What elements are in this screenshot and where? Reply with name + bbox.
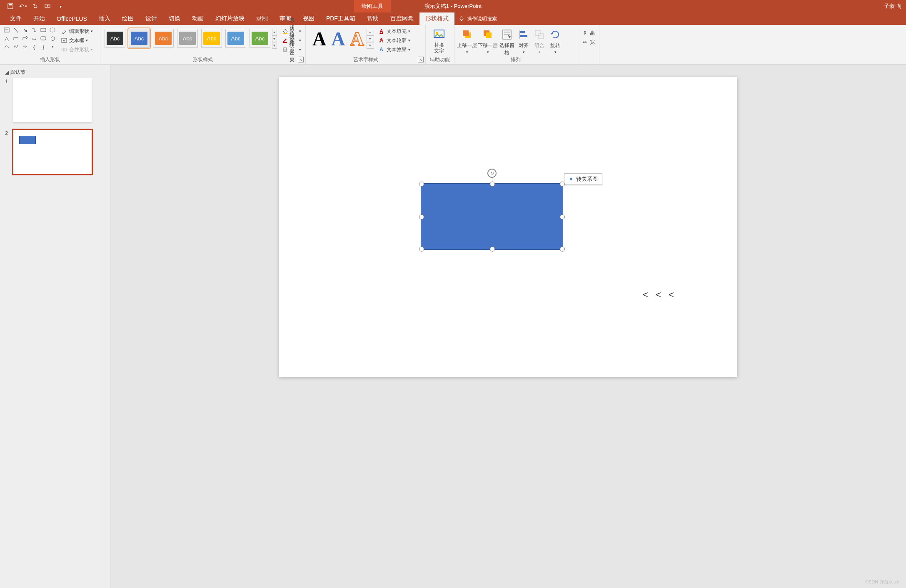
style-swatch-1[interactable]: Abc xyxy=(105,29,125,48)
style-swatch-6[interactable]: Abc xyxy=(225,29,246,48)
tell-me-search[interactable]: 操作说明搜索 xyxy=(459,15,497,22)
resize-handle-w[interactable] xyxy=(419,214,424,219)
shape-elbow-arrow-icon[interactable] xyxy=(21,35,29,42)
tab-help[interactable]: 帮助 xyxy=(361,12,384,25)
shape-textbox-icon[interactable] xyxy=(2,26,11,34)
tab-animations[interactable]: 动画 xyxy=(186,12,210,25)
wordart-gallery[interactable]: A A A xyxy=(312,28,364,50)
tab-home[interactable]: 开始 xyxy=(27,12,51,25)
resize-handle-nw[interactable] xyxy=(419,182,424,187)
slide-preview[interactable] xyxy=(13,78,92,122)
save-icon[interactable] xyxy=(6,2,15,10)
style-swatch-3[interactable]: Abc xyxy=(153,29,174,48)
tab-insert[interactable]: 插入 xyxy=(93,12,116,25)
slide-thumbnails-pane[interactable]: ◢ 默认节 1 2 xyxy=(0,65,110,588)
shape-gallery[interactable]: ＼ ↘ △ ⇨ ⬡ ☆ { } ▾ xyxy=(2,26,57,50)
shape-curve-icon[interactable] xyxy=(2,43,11,50)
shape-connector-icon[interactable] xyxy=(30,26,38,34)
gallery-expand-icon[interactable]: ▾ xyxy=(272,42,277,49)
tab-file[interactable]: 文件 xyxy=(4,12,27,25)
redo-icon[interactable]: ↻ xyxy=(31,2,40,10)
align-button[interactable]: 对齐 ▾ xyxy=(516,26,531,54)
bring-forward-button[interactable]: 上移一层 ▾ xyxy=(457,26,477,54)
scroll-down-icon[interactable]: ▾ xyxy=(367,35,374,42)
shape-effects-button[interactable]: 形状效果 ▾ xyxy=(280,45,303,54)
send-backward-button[interactable]: 下移一层 ▾ xyxy=(478,26,498,54)
shape-triangle-icon[interactable]: △ xyxy=(2,35,11,42)
tab-transitions[interactable]: 切换 xyxy=(163,12,186,25)
edit-shape-button[interactable]: 编辑形状 ▾ xyxy=(59,27,95,35)
context-tab-drawing-tools[interactable]: 绘图工具 xyxy=(354,0,391,12)
tab-slideshow[interactable]: 幻灯片放映 xyxy=(210,12,250,25)
alt-text-button[interactable]: 替换 文字 xyxy=(428,26,450,54)
effects-icon xyxy=(282,46,288,53)
shape-rectangle-icon[interactable] xyxy=(39,26,47,34)
titlebar: ↶▾ ↻ ▾ 演示文稿1 - PowerPoint 绘图工具 子豪 向 xyxy=(0,0,906,12)
slide-canvas-area[interactable]: < < < ↻ ✦ 转关系图 CSDN @落水 zh xyxy=(110,65,906,588)
scroll-down-icon[interactable]: ▾ xyxy=(272,35,277,42)
style-swatch-7[interactable]: Abc xyxy=(250,29,270,48)
shape-star-icon[interactable]: ☆ xyxy=(21,43,29,50)
selection-pane-button[interactable]: 选择窗格 xyxy=(499,26,515,56)
undo-icon[interactable]: ↶▾ xyxy=(19,2,27,10)
slide-preview[interactable] xyxy=(13,130,92,174)
tab-pdf-tools[interactable]: PDF工具箱 xyxy=(320,12,361,25)
shape-brace-right-icon[interactable]: } xyxy=(39,43,47,50)
slide-thumb-1[interactable]: 1 xyxy=(5,78,105,122)
resize-handle-e[interactable] xyxy=(560,214,565,219)
tab-baidu-netdisk[interactable]: 百度网盘 xyxy=(384,12,419,25)
shape-line-icon[interactable]: ＼ xyxy=(12,26,20,34)
slide-thumb-2[interactable]: 2 xyxy=(5,130,105,174)
tab-officeplus[interactable]: OfficePLUS xyxy=(51,12,93,25)
wordart-style-3[interactable]: A xyxy=(350,28,364,50)
shape-oval-icon[interactable] xyxy=(48,26,57,34)
resize-handle-sw[interactable] xyxy=(419,247,424,252)
qat-customize-icon[interactable]: ▾ xyxy=(56,2,65,10)
shape-line-arrow-icon[interactable]: ↘ xyxy=(21,26,29,34)
text-fill-button[interactable]: A 文本填充 ▾ xyxy=(377,27,412,35)
text-effects-button[interactable]: A 文本效果 ▾ xyxy=(377,45,412,54)
wordart-gallery-scroll[interactable]: ▴ ▾ ▾ xyxy=(367,29,374,49)
shape-hexagon-icon[interactable]: ⬡ xyxy=(48,35,57,42)
tab-record[interactable]: 录制 xyxy=(250,12,274,25)
convert-to-diagram-callout[interactable]: ✦ 转关系图 xyxy=(564,173,602,185)
scroll-up-icon[interactable]: ▴ xyxy=(367,29,374,35)
shape-arrow-icon[interactable]: ⇨ xyxy=(30,35,38,42)
resize-handle-n[interactable] xyxy=(490,182,495,187)
height-field[interactable]: ⇕ 高 xyxy=(580,29,597,37)
resize-handle-s[interactable] xyxy=(490,247,495,252)
slide[interactable]: < < < ↻ ✦ 转关系图 xyxy=(279,77,737,377)
shape-brace-left-icon[interactable]: { xyxy=(30,43,38,50)
resize-handle-se[interactable] xyxy=(560,247,565,252)
tab-shape-format[interactable]: 形状格式 xyxy=(419,12,454,25)
style-swatch-4[interactable]: Abc xyxy=(177,29,198,48)
wordart-style-1[interactable]: A xyxy=(312,28,326,50)
resize-handle-ne[interactable] xyxy=(560,182,565,187)
shape-rounded-rect-icon[interactable] xyxy=(39,35,47,42)
user-name[interactable]: 子豪 向 xyxy=(884,0,902,12)
shape-freeform-icon[interactable] xyxy=(12,43,20,50)
text-box-button[interactable]: A 文本框 ▾ xyxy=(59,36,95,45)
rotate-button[interactable]: 旋转 ▾ xyxy=(548,26,563,54)
wordart-style-2[interactable]: A xyxy=(331,28,345,50)
style-gallery-scroll[interactable]: ▴ ▾ ▾ xyxy=(272,29,277,49)
gallery-expand-icon[interactable]: ▾ xyxy=(367,42,374,49)
shape-styles-launcher[interactable]: ↘ xyxy=(298,57,304,62)
tab-design[interactable]: 设计 xyxy=(140,12,163,25)
shape-style-gallery[interactable]: Abc Abc Abc Abc Abc Abc Abc xyxy=(105,29,270,48)
tab-draw[interactable]: 绘图 xyxy=(116,12,140,25)
start-from-beginning-icon[interactable] xyxy=(44,2,52,10)
shape-gallery-more-icon[interactable]: ▾ xyxy=(48,43,57,50)
text-outline-button[interactable]: A 文本轮廓 ▾ xyxy=(377,36,412,45)
width-field[interactable]: ⇔ 宽 xyxy=(580,38,597,46)
section-header[interactable]: ◢ 默认节 xyxy=(5,69,105,76)
style-swatch-2[interactable]: Abc xyxy=(129,29,150,48)
tab-view[interactable]: 视图 xyxy=(297,12,320,25)
shape-elbow-icon[interactable] xyxy=(12,35,20,42)
style-swatch-5[interactable]: Abc xyxy=(201,29,222,48)
svg-rect-23 xyxy=(486,32,492,38)
selected-rectangle-shape[interactable]: ↻ ✦ 转关系图 xyxy=(421,183,563,250)
collapse-section-icon[interactable]: ◢ xyxy=(5,70,9,75)
scroll-up-icon[interactable]: ▴ xyxy=(272,29,277,35)
wordart-launcher[interactable]: ↘ xyxy=(418,57,424,62)
